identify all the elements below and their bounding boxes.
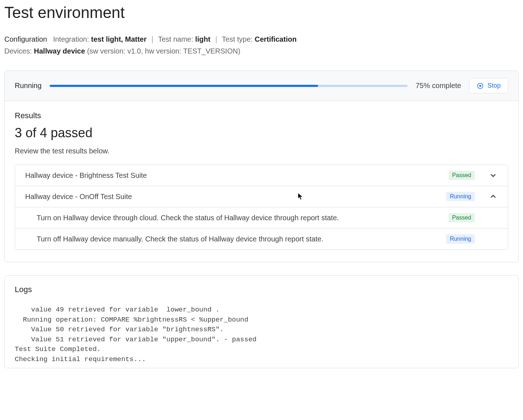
stop-icon <box>477 82 484 89</box>
progress-status: Running <box>15 82 42 90</box>
test-type-label: Test type: <box>222 35 253 43</box>
test-title: Turn on Hallway device through cloud. Ch… <box>25 214 449 222</box>
logs-card: Logs value 49 retrieved for variable low… <box>4 275 519 368</box>
test-name-value: light <box>195 35 210 43</box>
results-heading: Results <box>15 111 508 120</box>
divider: | <box>215 35 217 43</box>
suite-row[interactable]: Hallway device - OnOff Test SuiteRunning <box>15 186 508 207</box>
status-badge: Passed <box>449 213 475 222</box>
logs-heading: Logs <box>15 285 508 294</box>
suite-list: Hallway device - Brightness Test SuitePa… <box>15 165 508 250</box>
device-name: Hallway device <box>34 47 85 55</box>
divider: | <box>151 35 153 43</box>
status-badge: Running <box>446 234 475 244</box>
logs-body: value 49 retrieved for variable lower_bo… <box>15 305 508 364</box>
integration-label: Integration: <box>53 35 89 43</box>
progress-track <box>50 85 408 87</box>
results-subtext: Review the test results below. <box>15 147 508 155</box>
progress-row: Running 75% complete Stop <box>5 71 518 101</box>
stop-label: Stop <box>487 82 501 89</box>
config-line-2: Devices: Hallway device (sw version: v1.… <box>4 47 519 55</box>
progress-text: 75% complete <box>416 82 461 90</box>
page-title: Test environment <box>4 4 519 22</box>
configuration-label: Configuration <box>4 35 47 43</box>
suite-row[interactable]: Hallway device - Brightness Test SuitePa… <box>15 165 508 186</box>
device-meta: (sw version: v1.0, hw version: TEST_VERS… <box>87 47 240 55</box>
devices-label: Devices: <box>4 47 32 55</box>
progress-results-card: Running 75% complete Stop Results 3 of 4… <box>4 70 519 262</box>
status-badge: Passed <box>449 171 475 180</box>
results-body: Results 3 of 4 passed Review the test re… <box>5 101 518 262</box>
results-count: 3 of 4 passed <box>15 125 508 140</box>
config-line-1: Configuration Integration: test light, M… <box>4 35 519 43</box>
integration-value: test light, Matter <box>91 35 146 43</box>
chevron-down-icon[interactable] <box>488 171 498 180</box>
suite-title: Hallway device - Brightness Test Suite <box>25 171 449 180</box>
test-row: Turn on Hallway device through cloud. Ch… <box>15 207 508 229</box>
chevron-up-icon[interactable] <box>488 192 498 201</box>
test-title: Turn off Hallway device manually. Check … <box>25 235 446 243</box>
progress-fill <box>50 85 318 87</box>
suite-title: Hallway device - OnOff Test Suite <box>25 193 446 201</box>
status-badge: Running <box>446 192 475 201</box>
test-row: Turn off Hallway device manually. Check … <box>15 229 508 249</box>
test-name-label: Test name: <box>158 35 193 43</box>
svg-rect-1 <box>479 85 481 87</box>
stop-button[interactable]: Stop <box>469 78 508 93</box>
test-type-value: Certification <box>254 35 297 43</box>
